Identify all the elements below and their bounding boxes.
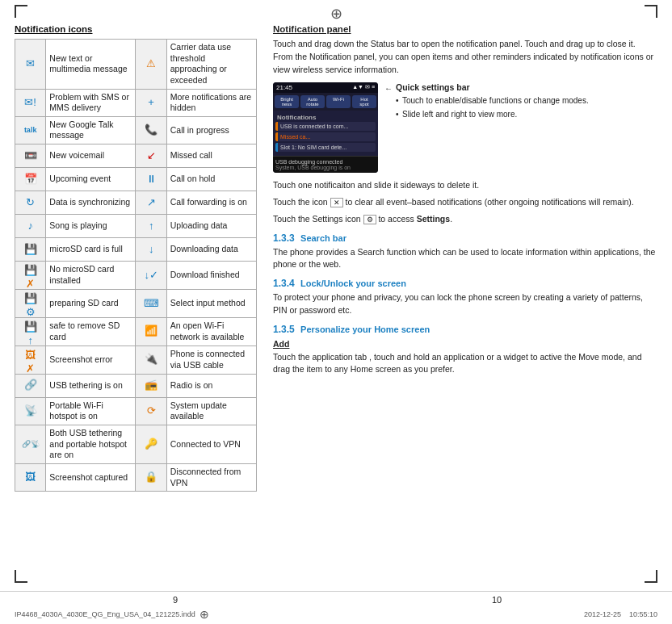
call-on-hold-icon: ⏸ <box>142 170 160 188</box>
add-text: Touch the application tab , touch and ho… <box>273 351 657 377</box>
table-row: ✉ New text or multimedia message ⚠ Carri… <box>15 40 257 90</box>
icon-cell: 💾↑ <box>15 317 46 346</box>
sync-icon: ↻ <box>22 194 40 211</box>
notif-item-usb: USB is connected to com... <box>275 122 376 131</box>
table-row: 💾↑ safe to remove SD card 📶 An open Wi-F… <box>15 317 257 346</box>
notif-icons-title: Notification icons <box>15 24 257 34</box>
label-cell2: Phone is connected via USB cable <box>166 346 256 374</box>
section-133-heading: 1.3.3 Search bar <box>273 232 657 244</box>
icon-cell2: ⟳ <box>136 397 166 425</box>
label-cell: Data is synchronizing <box>46 191 136 215</box>
icon-cell: 📅 <box>15 168 46 191</box>
call-in-progress-icon: 📞 <box>142 121 160 139</box>
intro-text: Touch and drag down the Status bar to op… <box>273 38 657 76</box>
table-row: 📡 Portable Wi-Fi hotspot is on ⟳ System … <box>15 397 257 425</box>
icon-cell: ✉ <box>15 40 46 90</box>
label-cell: Song is playing <box>46 215 136 238</box>
icon-cell: 🔗 <box>15 374 46 397</box>
label-cell: Screenshot error <box>46 346 136 374</box>
upload-icon: ↑ <box>142 217 160 235</box>
add-label: Add <box>273 339 657 349</box>
page-number-left: 9 <box>15 595 336 605</box>
icon-cell: 📡 <box>15 397 46 425</box>
phone-demo-container: 21:45 ▲▼ ✉ ≡ Brightness Autorotate Wi-Fi… <box>273 82 657 173</box>
table-row: 📅 Upcoming event ⏸ Call on hold <box>15 168 257 191</box>
quick-brightness[interactable]: Brightness <box>275 95 299 108</box>
label-cell2: Call in progress <box>166 116 256 144</box>
lock-text: To protect your phone and privacy, you c… <box>273 291 657 317</box>
table-row: ♪ Song is playing ↑ Uploading data <box>15 215 257 238</box>
usb-connected-icon: 🔌 <box>142 351 160 369</box>
icon-cell2: 🔑 <box>136 425 166 463</box>
icon-cell2: ↗ <box>136 191 166 215</box>
section-134-heading: 1.3.4 Lock/Unlock your screen <box>273 278 657 289</box>
download-done-icon: ↓✓ <box>142 266 160 284</box>
footer-right: 2012-12-25 10:55:10 <box>584 610 657 618</box>
icon-cell2: ↙ <box>136 144 166 168</box>
notification-table: ✉ New text or multimedia message ⚠ Carri… <box>15 39 257 492</box>
both-tether-icon: 🔗📡 <box>22 435 40 453</box>
corner-bl <box>15 570 27 583</box>
icon-cell: 💾⚙ <box>15 290 46 318</box>
phone-notifications-area: Notifications USB is connected to com...… <box>273 111 378 156</box>
bottom-corners <box>0 568 672 588</box>
label-cell: safe to remove SD card <box>46 317 136 346</box>
footer-filename: IP4468_4030A_4030E_QG_Eng_USA_04_121225.… <box>15 610 195 618</box>
label-cell2: Carrier data use threshold approaching o… <box>166 40 256 90</box>
label-cell: Both USB tethering and portable hotspot … <box>46 425 136 463</box>
section-134-title: Lock/Unlock your screen <box>300 278 406 288</box>
phone-time: 21:45 <box>276 84 292 91</box>
voicemail-icon: 📼 <box>22 147 40 165</box>
music-icon: ♪ <box>22 217 40 235</box>
label-cell2: Connected to VPN <box>166 425 256 463</box>
table-row: 🖼✗ Screenshot error 🔌 Phone is connected… <box>15 346 257 374</box>
callout-title: Quick settings bar <box>396 82 589 92</box>
callout-bullet-2: Slide left and right to view more. <box>396 109 589 120</box>
callout-arrow: ← Quick settings bar Touch to enable/dis… <box>384 82 657 123</box>
icon-cell2: ⏸ <box>136 168 166 191</box>
sms-problem-icon: ✉! <box>22 94 40 111</box>
label-cell: No microSD card installed <box>46 262 136 290</box>
table-row: 🔗📡 Both USB tethering and portable hotsp… <box>15 425 257 463</box>
icon-cell2: ⚠ <box>136 40 166 90</box>
footer-left: IP4468_4030A_4030E_QG_Eng_USA_04_121225.… <box>15 608 209 621</box>
icon-cell: ✉! <box>15 89 46 116</box>
preparing-sd-icon: 💾⚙ <box>22 297 40 315</box>
clear-icon: ✕ <box>330 198 343 207</box>
phone-screen: 21:45 ▲▼ ✉ ≡ Brightness Autorotate Wi-Fi… <box>273 82 378 173</box>
vpn-disconnected-icon: 🔒 <box>142 469 160 487</box>
footer: IP4468_4030A_4030E_QG_Eng_USA_04_121225.… <box>0 608 672 624</box>
section-135-title: Personalize your Home screen <box>300 325 430 334</box>
settings-text: Touch the Settings icon ⚙ to access Sett… <box>273 213 657 226</box>
footer-date: 2012-12-25 <box>584 610 621 618</box>
label-cell: New Google Talk message <box>46 116 136 144</box>
quick-wifi[interactable]: Wi-Fi <box>326 95 351 108</box>
callout-bullet-1: Touch to enable/disable functions or cha… <box>396 95 589 107</box>
main-content: Notification icons ✉ New text or multime… <box>0 24 672 568</box>
phone-status-bar: 21:45 ▲▼ ✉ ≡ <box>273 82 378 93</box>
icon-cell: 🖼 <box>15 463 46 491</box>
settings-icon: ⚙ <box>363 215 376 224</box>
quick-hotspot[interactable]: Hotspot <box>352 95 376 108</box>
call-forwarding-icon: ↗ <box>142 194 160 211</box>
phone-status-icons: ▲▼ ✉ ≡ <box>352 84 375 91</box>
corner-tl <box>15 5 27 18</box>
hotspot-icon: 📡 <box>22 402 40 420</box>
wifi-available-icon: 📶 <box>142 323 160 341</box>
more-notif-icon: + <box>142 94 160 111</box>
corner-br <box>645 570 657 583</box>
table-row: 💾 microSD card is full ↓ Downloading dat… <box>15 238 257 262</box>
icon-cell2: 📻 <box>136 374 166 397</box>
label-cell: Portable Wi-Fi hotspot is on <box>46 397 136 425</box>
section-135-number: 1.3.5 <box>273 324 295 335</box>
label-cell2: Disconnected from VPN <box>166 463 256 491</box>
quick-rotate[interactable]: Autorotate <box>300 95 325 108</box>
label-cell: New text or multimedia message <box>46 40 136 90</box>
label-cell2: Uploading data <box>166 215 256 238</box>
icon-cell2: 📞 <box>136 116 166 144</box>
section-133-title: Search bar <box>300 233 346 243</box>
no-sd-icon: 💾✗ <box>22 269 40 287</box>
table-row: ✉! Problem with SMS or MMS delivery + Mo… <box>15 89 257 116</box>
page-numbers-row: 9 10 <box>0 591 672 608</box>
label-cell2: Select input method <box>166 290 256 318</box>
